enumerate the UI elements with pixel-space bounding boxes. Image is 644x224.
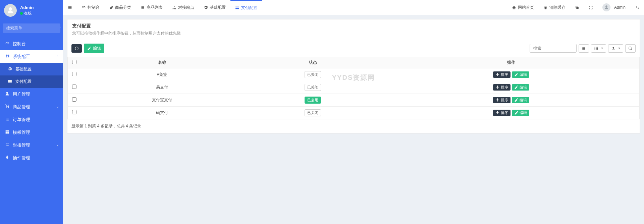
- list-icon: [141, 5, 145, 10]
- table-summary: 显示第 1 到第 4 条记录，总共 4 条记录: [67, 119, 640, 133]
- move-icon: [495, 111, 500, 115]
- sidebar-item-4[interactable]: 订单管理: [0, 113, 63, 126]
- pencil-icon: [87, 46, 92, 51]
- sort-button[interactable]: 排序: [493, 84, 511, 91]
- tab-0[interactable]: 控制台: [77, 0, 104, 15]
- table-row: v免签 已关闭 排序 编辑: [68, 68, 640, 81]
- tab-1[interactable]: 商品分类: [104, 0, 136, 15]
- layout-icon: [5, 130, 9, 134]
- col-header-2: 状态: [243, 57, 383, 68]
- refresh-icon: [74, 46, 79, 51]
- table-search-input[interactable]: [530, 44, 577, 53]
- export-icon: [611, 46, 615, 51]
- sidebar-subitem-1-1[interactable]: 支付配置: [0, 75, 63, 88]
- sidebar-item-1[interactable]: 系统配置˅: [0, 50, 63, 63]
- sidebar-item-label: 插件管理: [13, 155, 30, 161]
- row-checkbox[interactable]: [72, 85, 76, 89]
- cell-name: 码支付: [81, 106, 243, 119]
- sidebar-item-6[interactable]: 对接管理‹: [0, 139, 63, 152]
- fullscreen-button[interactable]: [584, 0, 598, 15]
- sidebar-search: [3, 23, 60, 33]
- cart-icon: [5, 104, 9, 109]
- tab-label: 控制台: [88, 5, 100, 10]
- cell-name: 易支付: [81, 81, 243, 94]
- table-row: 支付宝支付 已启用 排序 编辑: [68, 94, 640, 106]
- tab-3[interactable]: 对接站点: [167, 0, 199, 15]
- export-button[interactable]: [608, 44, 623, 53]
- row-checkbox[interactable]: [72, 97, 76, 102]
- sidebar-toggle[interactable]: [63, 0, 77, 15]
- list-icon: [5, 117, 9, 121]
- row-checkbox[interactable]: [72, 110, 76, 114]
- sort-button[interactable]: 排序: [493, 97, 511, 103]
- gear-icon: [5, 54, 9, 58]
- sidebar-item-7[interactable]: 插件管理: [0, 152, 63, 164]
- tab-label: 支付配置: [241, 5, 257, 11]
- sidebar-subitem-1-0[interactable]: 基础配置: [0, 63, 63, 75]
- sliders-icon: [5, 143, 9, 147]
- view-list-button[interactable]: [579, 44, 589, 53]
- select-all-checkbox[interactable]: [72, 60, 76, 64]
- search-button[interactable]: [625, 44, 636, 53]
- grid-view-icon: [594, 46, 598, 51]
- copy-button[interactable]: [570, 0, 584, 15]
- edit-button-label: 编辑: [93, 46, 101, 51]
- sidebar-item-3[interactable]: 商品管理‹: [0, 101, 63, 113]
- status-badge: 已关闭: [305, 84, 321, 91]
- sidebar-item-label: 商品管理: [13, 104, 30, 110]
- settings-button[interactable]: [630, 0, 644, 15]
- avatar[interactable]: [4, 4, 17, 17]
- row-edit-button[interactable]: 编辑: [512, 97, 529, 103]
- gear-icon: [204, 5, 208, 10]
- user-icon: [5, 92, 9, 96]
- sidebar: Admin 在线 控制台系统配置˅基础配置支付配置用户管理商品管理‹订单管理模板…: [0, 0, 63, 224]
- col-header-3: 操作: [383, 57, 640, 68]
- row-edit-button[interactable]: 编辑: [512, 110, 529, 116]
- tab-2[interactable]: 商品列表: [136, 0, 167, 15]
- clear-cache-label: 清除缓存: [549, 5, 566, 10]
- status-badge: 已关闭: [305, 71, 321, 78]
- sidebar-item-label: 基础配置: [15, 66, 32, 72]
- search-icon: [60, 25, 60, 30]
- page-title: 支付配置: [72, 23, 635, 29]
- tab-5[interactable]: 支付配置: [230, 0, 262, 15]
- user-menu[interactable]: Admin: [598, 0, 630, 15]
- plug-icon: [5, 155, 9, 160]
- row-checkbox[interactable]: [72, 72, 76, 76]
- row-edit-button[interactable]: 编辑: [512, 71, 529, 78]
- toolbar: 编辑: [67, 40, 640, 57]
- tab-label: 对接站点: [178, 5, 194, 10]
- gear-icon: [8, 67, 12, 71]
- home-link[interactable]: 网站首页: [507, 0, 539, 15]
- sidebar-item-label: 支付配置: [15, 79, 32, 85]
- sidebar-search-button[interactable]: [60, 23, 60, 33]
- move-icon: [495, 85, 500, 90]
- table-row: 码支付 已关闭 排序 编辑: [68, 106, 640, 119]
- sidebar-nav: 控制台系统配置˅基础配置支付配置用户管理商品管理‹订单管理模板管理对接管理‹插件…: [0, 38, 63, 164]
- bars-icon: [68, 5, 72, 10]
- sort-button[interactable]: 排序: [493, 110, 511, 116]
- page-subtitle: 您可以拖动操作栏中的排序按钮，从而控制用户支付的优先级: [72, 31, 635, 36]
- status-badge: 已关闭: [305, 109, 321, 116]
- row-edit-button[interactable]: 编辑: [512, 84, 529, 91]
- tab-4[interactable]: 基础配置: [199, 0, 230, 15]
- sort-button[interactable]: 排序: [493, 71, 511, 78]
- user-status-text: 在线: [24, 11, 32, 16]
- edit-button[interactable]: 编辑: [84, 44, 104, 53]
- clear-cache-link[interactable]: 清除缓存: [539, 0, 570, 15]
- sidebar-item-label: 模板管理: [13, 129, 30, 135]
- refresh-button[interactable]: [71, 44, 82, 53]
- status-badge: 已启用: [305, 97, 321, 104]
- pencil-icon: [514, 85, 519, 90]
- user-menu-label: Admin: [614, 5, 626, 10]
- sidebar-item-label: 对接管理: [13, 142, 30, 148]
- view-grid-button[interactable]: [591, 44, 606, 53]
- sidebar-search-input[interactable]: [3, 23, 60, 33]
- move-icon: [495, 72, 500, 77]
- sidebar-item-0[interactable]: 控制台: [0, 38, 63, 50]
- pencil-icon: [514, 98, 519, 102]
- sidebar-item-2[interactable]: 用户管理: [0, 88, 63, 101]
- list-view-icon: [582, 46, 586, 51]
- col-header-0: [68, 57, 81, 68]
- sidebar-item-5[interactable]: 模板管理: [0, 126, 63, 139]
